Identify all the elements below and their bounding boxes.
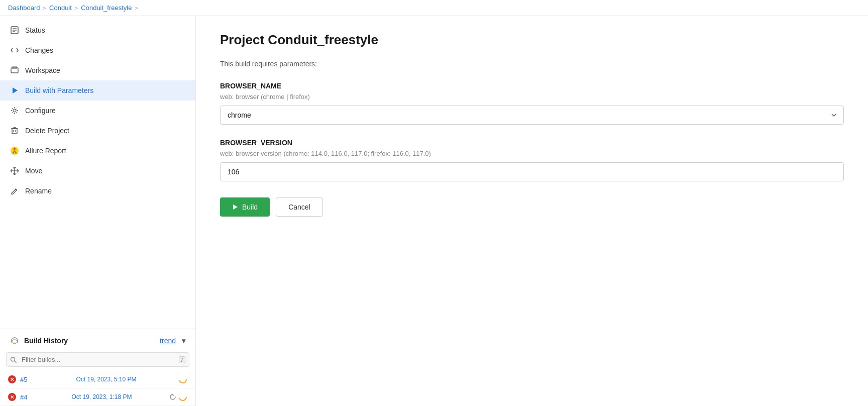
page-title: Project Conduit_freestyle	[220, 32, 844, 48]
build-list-item[interactable]: ✕ #4 Oct 19, 2023, 1:18 PM	[0, 388, 195, 406]
filter-builds-input[interactable]	[6, 352, 189, 367]
build-list-item[interactable]: ✕ #5 Oct 19, 2023, 5:10 PM	[0, 371, 195, 388]
sidebar-item-move[interactable]: Move	[0, 161, 195, 181]
param-browser-name-select-wrapper: chrome firefox	[220, 106, 844, 125]
build-history-chevron: ▾	[182, 337, 185, 345]
build-actions-4	[169, 392, 187, 401]
sidebar-label-build-params: Build with Parameters	[25, 86, 93, 94]
build-button[interactable]: Build	[220, 197, 270, 217]
sidebar-item-delete-project[interactable]: Delete Project	[0, 121, 195, 141]
breadcrumb-conduit[interactable]: Conduit	[49, 4, 72, 12]
sidebar-item-status[interactable]: Status	[0, 20, 195, 40]
build-date-5[interactable]: Oct 19, 2023, 5:10 PM	[38, 376, 174, 383]
sidebar-label-move: Move	[25, 167, 42, 175]
build-progress-icon-4	[178, 392, 187, 401]
sidebar-item-build-with-params[interactable]: Build with Parameters	[0, 80, 195, 100]
build-num-4[interactable]: #4	[20, 393, 34, 401]
changes-icon	[10, 46, 19, 55]
cancel-button-label: Cancel	[288, 203, 310, 211]
build-history-label: Build History	[24, 337, 68, 345]
sidebar-label-allure: Allure Report	[25, 147, 66, 155]
build-history-header: Build History trend ▾	[0, 331, 195, 350]
param-browser-name: BROWSER_NAME web: browser (chrome | fire…	[220, 82, 844, 125]
param-browser-name-select[interactable]: chrome firefox	[220, 106, 844, 125]
breadcrumb-dashboard[interactable]: Dashboard	[8, 4, 40, 12]
sidebar-label-workspace: Workspace	[25, 66, 60, 74]
sidebar-label-configure: Configure	[25, 107, 56, 115]
sidebar-item-rename[interactable]: Rename	[0, 181, 195, 201]
build-history-cloud-icon	[10, 336, 19, 345]
build-progress-icon-5	[178, 375, 187, 384]
sidebar-label-delete: Delete Project	[25, 127, 69, 135]
sidebar-item-workspace[interactable]: Workspace	[0, 60, 195, 80]
sidebar-label-rename: Rename	[25, 187, 52, 195]
param-browser-version-input[interactable]	[220, 162, 844, 181]
main-content: Project Conduit_freestyle This build req…	[196, 16, 868, 406]
param-browser-version-desc: web: browser version (chrome: 114.0, 116…	[220, 150, 844, 157]
build-history-section: Build History trend ▾ / ✕ #5 Oct 19, 202	[0, 329, 195, 406]
build-filter-container: /	[6, 352, 189, 367]
move-icon	[10, 166, 19, 175]
build-history-trend-link[interactable]: trend	[160, 337, 176, 345]
sidebar: Status Changes	[0, 16, 196, 406]
build-date-4[interactable]: Oct 19, 2023, 1:18 PM	[38, 393, 165, 400]
sidebar-label-changes: Changes	[25, 46, 53, 54]
filter-slash-badge: /	[179, 356, 185, 363]
configure-icon	[10, 106, 19, 115]
status-icon	[10, 26, 19, 35]
breadcrumb-conduit-freestyle[interactable]: Conduit_freestyle	[81, 4, 132, 12]
filter-search-icon	[10, 356, 17, 363]
svg-marker-6	[13, 87, 18, 93]
build-status-error-icon: ✕	[8, 393, 16, 401]
allure-icon	[10, 146, 19, 155]
sidebar-item-configure[interactable]: Configure	[0, 100, 195, 121]
build-status-error-icon: ✕	[8, 375, 16, 383]
delete-icon	[10, 126, 19, 135]
svg-rect-8	[12, 129, 17, 134]
param-browser-version-label: BROWSER_VERSION	[220, 139, 844, 147]
svg-point-20	[179, 393, 186, 400]
play-icon	[10, 86, 19, 95]
cancel-button[interactable]: Cancel	[276, 197, 323, 217]
svg-marker-21	[233, 205, 238, 210]
build-num-5[interactable]: #5	[20, 376, 34, 383]
rename-icon	[10, 186, 19, 195]
param-browser-version: BROWSER_VERSION web: browser version (ch…	[220, 139, 844, 181]
svg-point-7	[13, 109, 16, 112]
action-buttons: Build Cancel	[220, 197, 844, 217]
play-icon-button	[232, 204, 238, 210]
sidebar-label-status: Status	[25, 26, 45, 34]
workspace-icon	[10, 66, 19, 75]
sidebar-nav: Status Changes	[0, 16, 195, 329]
build-replay-icon-4	[169, 393, 176, 400]
sidebar-item-changes[interactable]: Changes	[0, 40, 195, 60]
svg-point-19	[179, 376, 186, 383]
build-actions-5	[178, 375, 187, 384]
breadcrumb-sep-1: >	[43, 5, 46, 11]
breadcrumb-sep-3: >	[135, 5, 138, 11]
build-requires-text: This build requires parameters:	[220, 60, 844, 68]
param-browser-name-desc: web: browser (chrome | firefox)	[220, 93, 844, 100]
breadcrumb: Dashboard > Conduit > Conduit_freestyle …	[0, 0, 868, 16]
param-browser-name-label: BROWSER_NAME	[220, 82, 844, 90]
svg-line-18	[15, 361, 17, 363]
sidebar-item-allure-report[interactable]: Allure Report	[0, 141, 195, 161]
breadcrumb-sep-2: >	[75, 5, 78, 11]
build-button-label: Build	[242, 203, 258, 211]
